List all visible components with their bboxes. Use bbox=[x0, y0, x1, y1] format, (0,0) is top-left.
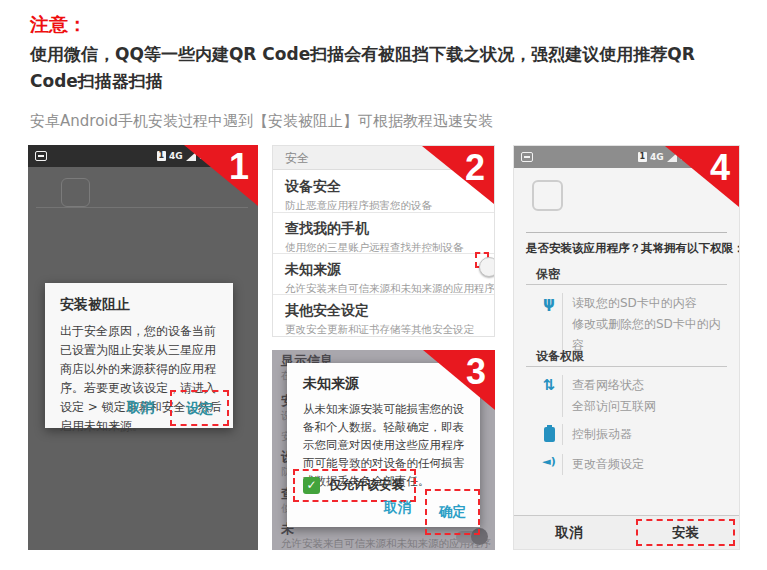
dimmed-divider bbox=[36, 207, 248, 208]
section-rule bbox=[526, 366, 727, 367]
network-4g-icon: 4G bbox=[169, 151, 183, 161]
setting-item-unknown-sources[interactable]: 未知来源 允许安装来自可信来源和未知来源的应用程序 bbox=[273, 255, 494, 296]
permission-text: 读取您的SD卡中的内容 bbox=[572, 293, 729, 314]
dialog-title: 未知来源 bbox=[303, 375, 359, 393]
screenshot-step-3: 显示信息 在 安 设 安 设 防 查 使 未 允许安装来自可信来源和未知来源的应… bbox=[272, 350, 495, 550]
permission-row-network: ⇅ 查看网络状态 全部访问互联网 bbox=[536, 375, 729, 417]
checkbox-checked-icon[interactable]: ✓ bbox=[303, 477, 320, 494]
speaker-icon: ◄) bbox=[536, 454, 562, 475]
network-4g-icon: 4G bbox=[650, 152, 664, 162]
highlight-box bbox=[475, 252, 489, 268]
setting-item-device-security[interactable]: 设备安全 防止恶意应用程序损害您的设备 bbox=[273, 172, 494, 213]
setting-item-find-my-phone[interactable]: 查找我的手机 使用您的三星账户远程查找并控制设备 bbox=[273, 214, 494, 255]
divider bbox=[273, 212, 494, 213]
item-title: 未知来源 bbox=[285, 261, 482, 279]
divider bbox=[273, 294, 494, 295]
permission-row-storage: ψ 读取您的SD卡中的内容 修改或删除您的SD卡中的内容 bbox=[536, 293, 729, 356]
install-button[interactable]: 安装 bbox=[672, 524, 699, 542]
permission-text: 查看网络状态 bbox=[572, 375, 656, 396]
permission-text: 全部访问互联网 bbox=[572, 396, 656, 417]
dialog-actions: 取消 设定 bbox=[127, 390, 229, 426]
step-number: 4 bbox=[710, 147, 730, 189]
usb-icon: ψ bbox=[536, 293, 562, 356]
setting-item-other-security[interactable]: 其他安全设定 更改安全更新和证书存储等其他安全设定 bbox=[273, 296, 494, 337]
section-rule bbox=[526, 284, 727, 285]
divider bbox=[273, 253, 494, 254]
settings-button[interactable]: 设定 bbox=[186, 400, 213, 416]
divider bbox=[526, 232, 727, 233]
permission-lines: 查看网络状态 全部访问互联网 bbox=[562, 375, 656, 417]
notification-count-badge: 1 bbox=[638, 152, 648, 162]
page-subtitle: 安卓Android手机安装过程中遇到【安装被阻止】可根据教程迅速安装 bbox=[30, 112, 742, 131]
highlight-box: 确定 bbox=[425, 489, 480, 535]
item-title: 查找我的手机 bbox=[285, 220, 482, 238]
section-header-device: 设备权限 bbox=[536, 348, 584, 365]
screenshot-step-4: 1 4G 7 是否安装该应用程序？其将拥有以下权限： 保密 ψ 读取您的SD卡中… bbox=[513, 145, 740, 550]
install-blocked-dialog: 安装被阻止 出于安全原因，您的设备当前已设置为阻止安装从三星应用商店以外的来源获… bbox=[45, 283, 233, 428]
dialog-title: 安装被阻止 bbox=[60, 296, 130, 314]
permission-text: 修改或删除您的SD卡中的内容 bbox=[572, 314, 729, 356]
screenshot-step-1: 1 4G 7 安装被阻止 出于安全原因，您的设备当前已设置为阻止安装从三星应用商… bbox=[28, 145, 258, 550]
permission-lines: 更改音频设定 bbox=[562, 454, 644, 475]
highlight-box: 设定 bbox=[170, 390, 229, 426]
notification-count-badge: 1 bbox=[157, 151, 167, 161]
toggle-knob bbox=[479, 257, 495, 277]
install-prompt-title: 是否安装该应用程序？其将拥有以下权限： bbox=[526, 241, 740, 256]
item-title: 设备安全 bbox=[285, 178, 482, 196]
step-number: 1 bbox=[229, 146, 249, 188]
screenshot-icon bbox=[521, 152, 533, 162]
cancel-button[interactable]: 取消 bbox=[127, 399, 154, 417]
section-header-privacy: 保密 bbox=[536, 266, 560, 283]
step-ribbon: 1 bbox=[184, 145, 258, 206]
permission-lines: 读取您的SD卡中的内容 修改或删除您的SD卡中的内容 bbox=[562, 293, 729, 356]
screenshot-icon bbox=[35, 151, 47, 161]
unknown-sources-dialog: 未知来源 从未知来源安装可能损害您的设备和个人数据。轻敲确定，即表示您同意对因使… bbox=[287, 363, 480, 527]
item-subtitle: 防止恶意应用程序损害您的设备 bbox=[285, 199, 482, 213]
permission-text: 更改音频设定 bbox=[572, 454, 644, 475]
cancel-button[interactable]: 取消 bbox=[514, 516, 624, 549]
dimmed-app-icon-placeholder bbox=[61, 178, 90, 207]
permission-text: 控制振动器 bbox=[572, 424, 632, 445]
confirm-button[interactable]: 确定 bbox=[439, 503, 466, 519]
notice-body: 使用微信，QQ等一些内建QR Code扫描会有被阻挡下载之状况，强烈建议使用推荐… bbox=[30, 41, 742, 95]
installer-button-bar: 取消 安装 bbox=[514, 515, 739, 549]
step-number: 3 bbox=[466, 351, 486, 393]
step-number: 2 bbox=[465, 147, 485, 189]
app-icon-placeholder bbox=[532, 180, 563, 211]
highlight-box: 安装 bbox=[636, 519, 735, 546]
dialog-actions: 取消 确定 bbox=[384, 489, 480, 535]
vibration-icon bbox=[536, 424, 562, 445]
screenshot-step-2: 安全 设备安全 防止恶意应用程序损害您的设备 查找我的手机 使用您的三星账户远程… bbox=[272, 145, 495, 337]
item-subtitle: 更改安全更新和证书存储等其他安全设定 bbox=[285, 323, 482, 337]
cancel-button[interactable]: 取消 bbox=[384, 499, 411, 517]
tutorial-page: 注意： 使用微信，QQ等一些内建QR Code扫描会有被阻挡下载之状况，强烈建议… bbox=[0, 0, 767, 570]
item-title: 其他安全设定 bbox=[285, 302, 482, 320]
network-arrows-icon: ⇅ bbox=[536, 375, 562, 417]
permission-lines: 控制振动器 bbox=[562, 424, 632, 445]
permission-row-vibration: 控制振动器 bbox=[536, 424, 729, 445]
notice-label: 注意： bbox=[30, 12, 87, 38]
permission-row-audio: ◄) 更改音频设定 bbox=[536, 454, 729, 475]
